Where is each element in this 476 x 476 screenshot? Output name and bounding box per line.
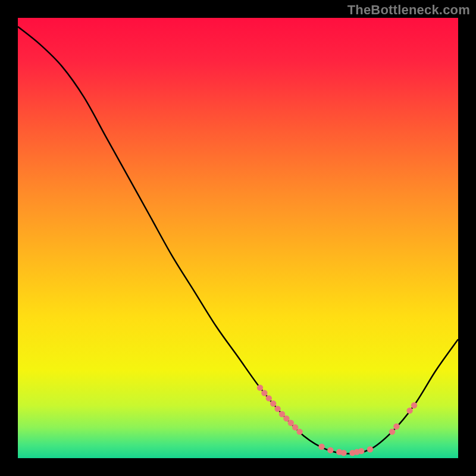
data-point — [411, 402, 417, 408]
watermark-text: TheBottleneck.com — [347, 2, 470, 18]
data-point — [270, 400, 276, 406]
data-point — [406, 408, 412, 414]
data-point — [292, 424, 298, 430]
data-point — [274, 406, 280, 412]
data-point — [340, 450, 346, 456]
data-point — [288, 420, 294, 426]
chart-background — [18, 18, 458, 458]
data-point — [296, 428, 302, 434]
data-point — [367, 446, 373, 452]
chart-container: TheBottleneck.com — [0, 0, 476, 476]
data-point — [283, 415, 289, 421]
data-point — [393, 424, 399, 430]
chart-plot-area — [18, 18, 458, 458]
chart-svg — [18, 18, 458, 458]
data-point — [257, 384, 263, 390]
data-point — [318, 444, 324, 450]
data-point — [266, 395, 272, 401]
data-point — [279, 411, 285, 417]
data-point — [389, 428, 395, 434]
data-point — [327, 447, 333, 453]
data-point — [358, 448, 364, 454]
data-point — [261, 390, 267, 396]
